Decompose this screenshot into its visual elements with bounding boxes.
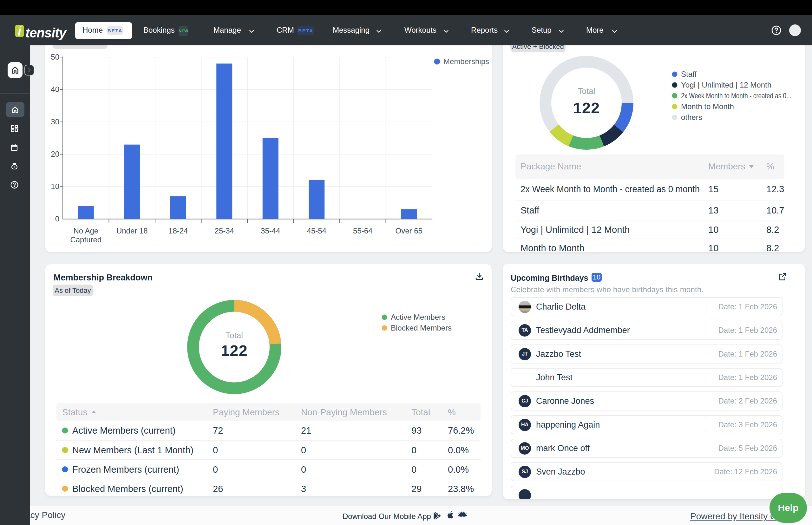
svg-text:0: 0	[213, 445, 218, 455]
svg-text:55-64: 55-64	[353, 226, 372, 235]
svg-text:10: 10	[708, 225, 719, 235]
svg-text:50: 50	[51, 52, 59, 61]
svg-text:Memberships: Memberships	[443, 57, 489, 66]
svg-text:29: 29	[411, 484, 422, 494]
svg-text:Total: Total	[578, 86, 595, 96]
svg-text:Over 65: Over 65	[395, 226, 422, 235]
svg-text:20: 20	[51, 150, 59, 158]
svg-text:8.2: 8.2	[766, 243, 779, 252]
svg-text:Total: Total	[411, 407, 430, 417]
svg-text:3: 3	[301, 484, 306, 494]
svg-text:10: 10	[51, 182, 59, 191]
svg-text:76.2%: 76.2%	[448, 425, 474, 436]
svg-text:Paying Members: Paying Members	[213, 407, 280, 417]
svg-text:72: 72	[213, 425, 223, 436]
svg-text:10.7: 10.7	[766, 205, 784, 215]
svg-text:%: %	[766, 162, 774, 171]
svg-text:Month to Month: Month to Month	[681, 102, 734, 111]
svg-text:Captured: Captured	[70, 235, 102, 244]
svg-text:Package Name: Package Name	[521, 162, 581, 171]
svg-text:Frozen Members (current): Frozen Members (current)	[72, 464, 179, 475]
svg-text:0: 0	[213, 464, 218, 475]
svg-text:0: 0	[411, 464, 417, 475]
svg-text:Active Members (current): Active Members (current)	[72, 425, 176, 436]
svg-text:Non-Paying Members: Non-Paying Members	[301, 407, 387, 417]
svg-text:15: 15	[708, 184, 719, 194]
svg-text:0: 0	[301, 464, 306, 475]
svg-text:26: 26	[213, 484, 223, 494]
svg-text:8.2: 8.2	[766, 225, 779, 235]
svg-text:0: 0	[411, 445, 417, 455]
svg-text:122: 122	[573, 99, 600, 116]
svg-text:New Members (Last 1 Month): New Members (Last 1 Month)	[72, 445, 194, 455]
svg-text:21: 21	[301, 425, 311, 436]
svg-text:12.3: 12.3	[766, 184, 784, 194]
svg-text:30: 30	[51, 117, 59, 126]
svg-text:25-34: 25-34	[215, 226, 234, 235]
svg-text:10: 10	[708, 243, 719, 252]
svg-text:2x Week Month to Month - creat: 2x Week Month to Month - created as 0...	[681, 91, 792, 100]
svg-text:2x Week Month to Month - creat: 2x Week Month to Month - created as 0 mo…	[521, 184, 700, 194]
svg-text:40: 40	[51, 85, 59, 94]
svg-text:35-44: 35-44	[261, 226, 280, 235]
svg-text:others: others	[681, 113, 702, 121]
svg-text:45-54: 45-54	[307, 226, 326, 235]
svg-text:Staff: Staff	[521, 205, 540, 215]
svg-text:0: 0	[55, 214, 59, 223]
svg-text:No Age: No Age	[73, 226, 98, 235]
svg-text:0: 0	[301, 445, 306, 455]
svg-text:Month to Month: Month to Month	[521, 243, 585, 252]
svg-text:Blocked Members (current): Blocked Members (current)	[72, 484, 183, 494]
svg-text:122: 122	[221, 342, 248, 359]
svg-text:18-24: 18-24	[168, 226, 188, 235]
svg-text:Active Members: Active Members	[391, 313, 445, 321]
svg-text:%: %	[448, 407, 456, 417]
svg-text:Total: Total	[226, 331, 243, 340]
svg-text:Yogi | Unlimited | 12 Month: Yogi | Unlimited | 12 Month	[681, 80, 771, 89]
svg-text:Members: Members	[708, 162, 746, 171]
svg-text:Status: Status	[62, 407, 87, 417]
svg-text:0.0%: 0.0%	[448, 445, 469, 455]
svg-text:Blocked Members: Blocked Members	[391, 324, 452, 332]
svg-text:Yogi | Unlimited | 12 Month: Yogi | Unlimited | 12 Month	[521, 225, 630, 235]
svg-text:23.8%: 23.8%	[448, 484, 474, 494]
svg-text:Staff: Staff	[681, 70, 696, 78]
svg-text:0.0%: 0.0%	[448, 464, 469, 475]
svg-text:13: 13	[708, 205, 719, 215]
svg-text:Under 18: Under 18	[116, 226, 148, 235]
svg-text:93: 93	[411, 425, 422, 436]
